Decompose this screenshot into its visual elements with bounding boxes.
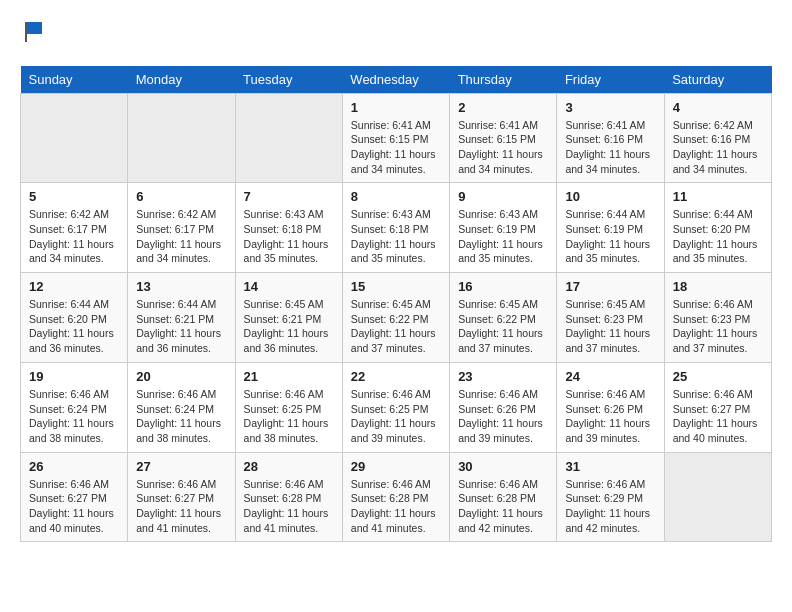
- day-number: 23: [458, 369, 548, 384]
- day-info: Sunrise: 6:44 AM Sunset: 6:21 PM Dayligh…: [136, 297, 226, 356]
- day-number: 11: [673, 189, 763, 204]
- day-info: Sunrise: 6:46 AM Sunset: 6:25 PM Dayligh…: [244, 387, 334, 446]
- calendar-day-cell: 9Sunrise: 6:43 AM Sunset: 6:19 PM Daylig…: [450, 183, 557, 273]
- calendar-day-cell: 3Sunrise: 6:41 AM Sunset: 6:16 PM Daylig…: [557, 93, 664, 183]
- day-info: Sunrise: 6:45 AM Sunset: 6:23 PM Dayligh…: [565, 297, 655, 356]
- calendar-day-cell: 22Sunrise: 6:46 AM Sunset: 6:25 PM Dayli…: [342, 362, 449, 452]
- day-info: Sunrise: 6:42 AM Sunset: 6:17 PM Dayligh…: [29, 207, 119, 266]
- logo: [20, 20, 46, 50]
- calendar-day-cell: [128, 93, 235, 183]
- day-info: Sunrise: 6:41 AM Sunset: 6:15 PM Dayligh…: [351, 118, 441, 177]
- day-number: 20: [136, 369, 226, 384]
- day-info: Sunrise: 6:46 AM Sunset: 6:26 PM Dayligh…: [565, 387, 655, 446]
- svg-rect-1: [25, 22, 27, 42]
- calendar-week-row: 5Sunrise: 6:42 AM Sunset: 6:17 PM Daylig…: [21, 183, 772, 273]
- calendar-day-cell: [21, 93, 128, 183]
- day-number: 10: [565, 189, 655, 204]
- day-info: Sunrise: 6:43 AM Sunset: 6:18 PM Dayligh…: [244, 207, 334, 266]
- day-info: Sunrise: 6:42 AM Sunset: 6:16 PM Dayligh…: [673, 118, 763, 177]
- day-number: 24: [565, 369, 655, 384]
- header-sunday: Sunday: [21, 66, 128, 94]
- day-info: Sunrise: 6:46 AM Sunset: 6:24 PM Dayligh…: [29, 387, 119, 446]
- calendar-table: Sunday Monday Tuesday Wednesday Thursday…: [20, 66, 772, 543]
- day-number: 16: [458, 279, 548, 294]
- day-number: 5: [29, 189, 119, 204]
- day-number: 9: [458, 189, 548, 204]
- day-number: 4: [673, 100, 763, 115]
- header-thursday: Thursday: [450, 66, 557, 94]
- day-info: Sunrise: 6:46 AM Sunset: 6:27 PM Dayligh…: [29, 477, 119, 536]
- day-number: 28: [244, 459, 334, 474]
- calendar-day-cell: 18Sunrise: 6:46 AM Sunset: 6:23 PM Dayli…: [664, 273, 771, 363]
- day-info: Sunrise: 6:43 AM Sunset: 6:18 PM Dayligh…: [351, 207, 441, 266]
- day-number: 2: [458, 100, 548, 115]
- day-info: Sunrise: 6:46 AM Sunset: 6:29 PM Dayligh…: [565, 477, 655, 536]
- day-number: 19: [29, 369, 119, 384]
- day-number: 18: [673, 279, 763, 294]
- calendar-week-row: 26Sunrise: 6:46 AM Sunset: 6:27 PM Dayli…: [21, 452, 772, 542]
- calendar-week-row: 12Sunrise: 6:44 AM Sunset: 6:20 PM Dayli…: [21, 273, 772, 363]
- header-tuesday: Tuesday: [235, 66, 342, 94]
- day-info: Sunrise: 6:43 AM Sunset: 6:19 PM Dayligh…: [458, 207, 548, 266]
- day-number: 13: [136, 279, 226, 294]
- day-number: 22: [351, 369, 441, 384]
- day-number: 21: [244, 369, 334, 384]
- calendar-day-cell: 20Sunrise: 6:46 AM Sunset: 6:24 PM Dayli…: [128, 362, 235, 452]
- header-monday: Monday: [128, 66, 235, 94]
- day-info: Sunrise: 6:46 AM Sunset: 6:27 PM Dayligh…: [673, 387, 763, 446]
- calendar-week-row: 1Sunrise: 6:41 AM Sunset: 6:15 PM Daylig…: [21, 93, 772, 183]
- calendar-day-cell: 24Sunrise: 6:46 AM Sunset: 6:26 PM Dayli…: [557, 362, 664, 452]
- calendar-day-cell: 23Sunrise: 6:46 AM Sunset: 6:26 PM Dayli…: [450, 362, 557, 452]
- calendar-day-cell: 29Sunrise: 6:46 AM Sunset: 6:28 PM Dayli…: [342, 452, 449, 542]
- calendar-day-cell: 8Sunrise: 6:43 AM Sunset: 6:18 PM Daylig…: [342, 183, 449, 273]
- day-number: 30: [458, 459, 548, 474]
- header-wednesday: Wednesday: [342, 66, 449, 94]
- day-info: Sunrise: 6:41 AM Sunset: 6:15 PM Dayligh…: [458, 118, 548, 177]
- calendar-day-cell: [235, 93, 342, 183]
- day-info: Sunrise: 6:46 AM Sunset: 6:26 PM Dayligh…: [458, 387, 548, 446]
- days-header-row: Sunday Monday Tuesday Wednesday Thursday…: [21, 66, 772, 94]
- header-friday: Friday: [557, 66, 664, 94]
- day-info: Sunrise: 6:45 AM Sunset: 6:22 PM Dayligh…: [458, 297, 548, 356]
- day-number: 26: [29, 459, 119, 474]
- calendar-day-cell: 17Sunrise: 6:45 AM Sunset: 6:23 PM Dayli…: [557, 273, 664, 363]
- day-info: Sunrise: 6:46 AM Sunset: 6:23 PM Dayligh…: [673, 297, 763, 356]
- calendar-day-cell: 31Sunrise: 6:46 AM Sunset: 6:29 PM Dayli…: [557, 452, 664, 542]
- calendar-day-cell: 6Sunrise: 6:42 AM Sunset: 6:17 PM Daylig…: [128, 183, 235, 273]
- day-info: Sunrise: 6:46 AM Sunset: 6:25 PM Dayligh…: [351, 387, 441, 446]
- calendar-day-cell: 13Sunrise: 6:44 AM Sunset: 6:21 PM Dayli…: [128, 273, 235, 363]
- logo-flag-icon: [22, 20, 46, 44]
- svg-marker-0: [26, 22, 42, 34]
- calendar-day-cell: 30Sunrise: 6:46 AM Sunset: 6:28 PM Dayli…: [450, 452, 557, 542]
- day-info: Sunrise: 6:46 AM Sunset: 6:28 PM Dayligh…: [458, 477, 548, 536]
- calendar-day-cell: 27Sunrise: 6:46 AM Sunset: 6:27 PM Dayli…: [128, 452, 235, 542]
- day-info: Sunrise: 6:44 AM Sunset: 6:20 PM Dayligh…: [673, 207, 763, 266]
- calendar-day-cell: 25Sunrise: 6:46 AM Sunset: 6:27 PM Dayli…: [664, 362, 771, 452]
- day-info: Sunrise: 6:41 AM Sunset: 6:16 PM Dayligh…: [565, 118, 655, 177]
- calendar-day-cell: 14Sunrise: 6:45 AM Sunset: 6:21 PM Dayli…: [235, 273, 342, 363]
- calendar-day-cell: 5Sunrise: 6:42 AM Sunset: 6:17 PM Daylig…: [21, 183, 128, 273]
- calendar-day-cell: 28Sunrise: 6:46 AM Sunset: 6:28 PM Dayli…: [235, 452, 342, 542]
- day-number: 1: [351, 100, 441, 115]
- day-number: 27: [136, 459, 226, 474]
- calendar-day-cell: [664, 452, 771, 542]
- calendar-day-cell: 15Sunrise: 6:45 AM Sunset: 6:22 PM Dayli…: [342, 273, 449, 363]
- calendar-day-cell: 7Sunrise: 6:43 AM Sunset: 6:18 PM Daylig…: [235, 183, 342, 273]
- day-info: Sunrise: 6:46 AM Sunset: 6:28 PM Dayligh…: [351, 477, 441, 536]
- day-number: 31: [565, 459, 655, 474]
- day-number: 14: [244, 279, 334, 294]
- day-info: Sunrise: 6:46 AM Sunset: 6:28 PM Dayligh…: [244, 477, 334, 536]
- calendar-day-cell: 11Sunrise: 6:44 AM Sunset: 6:20 PM Dayli…: [664, 183, 771, 273]
- calendar-day-cell: 2Sunrise: 6:41 AM Sunset: 6:15 PM Daylig…: [450, 93, 557, 183]
- calendar-day-cell: 19Sunrise: 6:46 AM Sunset: 6:24 PM Dayli…: [21, 362, 128, 452]
- day-number: 25: [673, 369, 763, 384]
- calendar-day-cell: 4Sunrise: 6:42 AM Sunset: 6:16 PM Daylig…: [664, 93, 771, 183]
- day-info: Sunrise: 6:42 AM Sunset: 6:17 PM Dayligh…: [136, 207, 226, 266]
- day-number: 12: [29, 279, 119, 294]
- day-info: Sunrise: 6:44 AM Sunset: 6:19 PM Dayligh…: [565, 207, 655, 266]
- day-number: 8: [351, 189, 441, 204]
- calendar-week-row: 19Sunrise: 6:46 AM Sunset: 6:24 PM Dayli…: [21, 362, 772, 452]
- calendar-day-cell: 10Sunrise: 6:44 AM Sunset: 6:19 PM Dayli…: [557, 183, 664, 273]
- calendar-day-cell: 21Sunrise: 6:46 AM Sunset: 6:25 PM Dayli…: [235, 362, 342, 452]
- day-info: Sunrise: 6:46 AM Sunset: 6:24 PM Dayligh…: [136, 387, 226, 446]
